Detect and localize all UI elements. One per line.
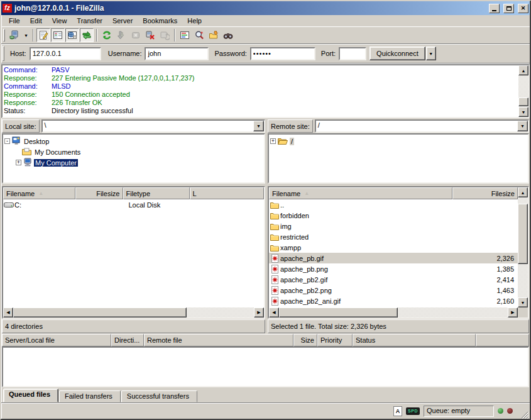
expand-icon[interactable]: + [270,138,276,144]
column-filetype[interactable]: Filetype [123,187,190,199]
menu-server[interactable]: Server [107,16,138,26]
refresh-button[interactable] [100,28,114,42]
remote-file-row[interactable]: forbidden [269,210,518,221]
menu-edit[interactable]: Edit [25,16,47,26]
reconnect-icon [160,30,170,40]
local-pane: Local site: \ ▼ - Desktop My Documents + [2,119,265,333]
column-server-local-file[interactable]: Server/Local file [2,334,111,346]
remote-file-row[interactable]: apache_pb.png1,385 [269,263,518,274]
local-site-combo[interactable]: \ ▼ [41,119,265,133]
tree-item-my-documents[interactable]: My Documents [4,146,264,157]
remote-file-row[interactable]: .. [269,199,518,210]
speed-limit-icon[interactable]: SPD [406,407,420,415]
menu-help[interactable]: Help [182,16,207,26]
scroll-left-button[interactable]: ◀ [3,307,13,318]
scroll-up-button[interactable]: ▲ [518,187,528,197]
filter-button[interactable] [178,28,192,42]
collapse-icon[interactable]: - [4,138,10,144]
queue-error-led [507,408,513,414]
scroll-right-button[interactable]: ▶ [508,307,518,318]
column-filesize[interactable]: Filesize [452,187,518,199]
menu-bookmarks[interactable]: Bookmarks [138,16,182,26]
resize-grip[interactable] [519,409,528,419]
toggle-local-tree-button[interactable] [51,28,65,42]
tab-failed-transfers[interactable]: Failed transfers [59,390,121,402]
tree-item-root[interactable]: + / [270,136,528,146]
remote-file-row[interactable]: apache_pb2.png1,463 [269,285,518,296]
column-filename[interactable]: Filename▲ [269,187,452,199]
menu-view[interactable]: View [47,16,72,26]
column-last-modified[interactable]: L [190,187,265,199]
scroll-down-button[interactable]: ▼ [518,107,528,117]
toggle-remote-tree-button[interactable] [65,28,79,42]
remote-horizontal-scrollbar[interactable]: ◀ ▶ [269,307,518,318]
site-manager-dropdown[interactable]: ▼ [22,28,30,42]
local-site-dropdown[interactable]: ▼ [253,121,264,131]
scroll-up-button[interactable]: ▲ [518,65,528,75]
toggle-queue-button[interactable] [80,28,94,42]
tab-queued-files[interactable]: Queued files [3,389,58,402]
folder-icon [269,223,280,230]
scroll-thumb[interactable] [518,97,528,106]
disconnect-button[interactable] [143,28,157,42]
remote-file-row[interactable]: apache_pb2.gif2,414 [269,274,518,285]
tab-successful-transfers[interactable]: Successful transfers [121,390,197,402]
local-horizontal-scrollbar[interactable]: ◀ ▶ [3,307,264,318]
tree-item-desktop[interactable]: - Desktop [4,136,264,146]
queue-list[interactable] [2,346,529,387]
toolbar-separator [174,29,175,41]
tree-item-my-computer[interactable]: + My Computer [4,157,264,168]
cancel-button[interactable] [129,28,143,42]
site-manager-button[interactable] [8,28,21,42]
remote-file-row[interactable]: xampp [269,242,518,253]
quickconnect-dropdown[interactable]: ▼ [426,47,436,60]
remote-pane: Remote site: / ▼ + / Filename▲ Filesize [268,119,529,333]
log-vertical-scrollbar[interactable]: ▲ ▼ [518,65,528,117]
data-type-icon[interactable]: A [393,406,402,416]
reconnect-button[interactable] [158,28,172,42]
column-priority[interactable]: Priority [317,334,353,346]
column-size[interactable]: Size [293,334,317,346]
scroll-right-button[interactable]: ▶ [254,307,264,318]
scroll-thumb[interactable] [279,307,398,318]
column-direction[interactable]: Directi... [111,334,144,346]
expand-icon[interactable]: + [16,160,21,165]
scroll-left-button[interactable]: ◀ [269,307,279,318]
local-status-bar: 4 directories [2,319,265,333]
menu-transfer[interactable]: Transfer [72,16,107,26]
scroll-thumb[interactable] [13,307,187,318]
find-files-button[interactable] [221,28,235,42]
remote-site-combo[interactable]: / ▼ [315,119,529,133]
port-input[interactable] [339,47,366,60]
quickconnect-button[interactable]: Quickconnect [370,47,425,60]
host-input[interactable] [30,47,101,60]
remote-list-rows: .. forbidden img restricted [269,199,518,307]
scroll-thumb[interactable] [518,204,528,264]
process-queue-button[interactable] [114,28,128,42]
column-filesize[interactable]: Filesize [75,187,123,199]
remote-file-row[interactable]: restricted [269,231,518,242]
column-remote-file[interactable]: Remote file [144,334,293,346]
remote-site-dropdown[interactable]: ▼ [517,121,528,131]
column-filler [476,334,529,346]
local-file-row[interactable]: C: Local Disk [3,199,264,210]
remote-file-row[interactable]: img [269,221,518,231]
remote-file-row-selected[interactable]: apache_pb.gif2,326 [269,253,518,263]
minimize-button[interactable] [489,4,500,13]
toggle-message-log-button[interactable] [36,28,50,42]
window-title: john@127.0.0.1 - FileZilla [14,4,485,13]
username-input[interactable] [145,47,209,60]
remote-tree: + / [268,133,529,184]
synchronized-browsing-button[interactable] [207,28,221,42]
column-status[interactable]: Status [353,334,476,346]
remote-file-row[interactable]: apache_pb2_ani.gif2,160 [269,296,518,306]
menu-file[interactable]: File [4,16,25,26]
scroll-down-button[interactable]: ▼ [518,297,528,307]
password-input[interactable] [250,47,315,60]
remote-vertical-scrollbar[interactable]: ▲ ▼ [518,187,528,307]
compare-button[interactable] [192,28,206,42]
maximize-button[interactable] [503,4,514,13]
column-filename[interactable]: Filename▲ [3,187,75,199]
close-button[interactable]: ✕ [518,4,528,13]
queue-tabs: Queued files Failed transfers Successful… [2,387,529,402]
